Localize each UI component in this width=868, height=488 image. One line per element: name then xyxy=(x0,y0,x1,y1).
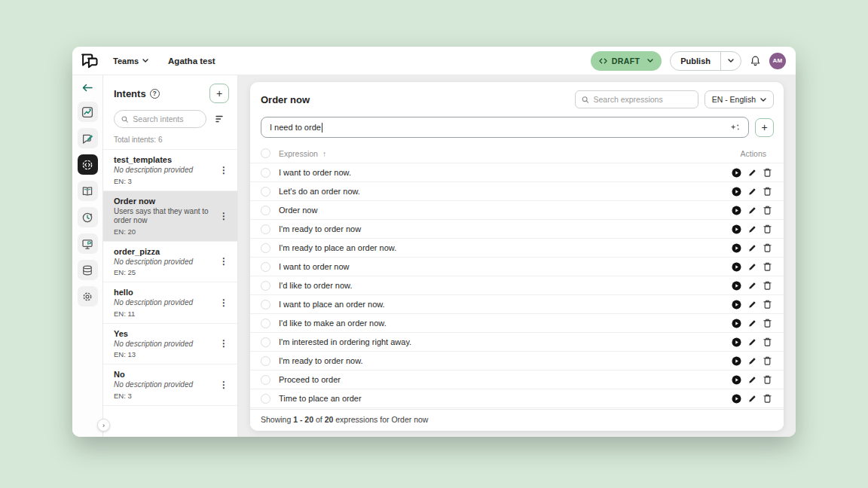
expression-column-header[interactable]: Expression ↑ xyxy=(279,149,326,158)
row-checkbox[interactable] xyxy=(261,300,270,310)
intent-kebab-menu-icon[interactable]: ⋮ xyxy=(216,165,231,175)
edit-pencil-icon[interactable] xyxy=(748,263,756,271)
intent-list-item[interactable]: test_templates No description provided E… xyxy=(103,150,237,191)
delete-trash-icon[interactable] xyxy=(763,224,772,233)
intent-list-item[interactable]: hello No description provided EN: 11 ⋮ xyxy=(103,282,237,324)
edit-pencil-icon[interactable] xyxy=(748,300,756,309)
intent-kebab-menu-icon[interactable]: ⋮ xyxy=(216,211,231,221)
publish-dropdown-caret[interactable] xyxy=(720,52,741,70)
app-body: Intents ? + Total intents: 6 test_templa… xyxy=(72,75,796,437)
annotate-play-icon[interactable] xyxy=(732,281,741,291)
delete-trash-icon[interactable] xyxy=(763,206,772,215)
row-checkbox[interactable] xyxy=(261,187,270,197)
intent-kebab-menu-icon[interactable]: ⋮ xyxy=(216,256,231,267)
delete-trash-icon[interactable] xyxy=(763,168,772,177)
add-expression-button[interactable]: + xyxy=(755,118,774,137)
intent-list-item[interactable]: No No description provided EN: 3 ⋮ xyxy=(103,364,237,406)
row-checkbox[interactable] xyxy=(261,281,270,291)
edit-pencil-icon[interactable] xyxy=(748,169,756,177)
edit-pencil-icon[interactable] xyxy=(748,206,756,215)
sort-intents-icon[interactable] xyxy=(211,110,229,128)
draft-status-dropdown[interactable]: DRAFT xyxy=(591,51,662,71)
delete-trash-icon[interactable] xyxy=(763,356,772,365)
delete-trash-icon[interactable] xyxy=(763,262,772,271)
delete-trash-icon[interactable] xyxy=(763,375,772,384)
row-actions xyxy=(732,356,773,366)
row-checkbox[interactable] xyxy=(261,337,270,347)
row-checkbox[interactable] xyxy=(261,262,270,272)
annotate-play-icon[interactable] xyxy=(732,300,741,310)
new-expression-row: I need to orde + xyxy=(250,115,784,144)
delete-trash-icon[interactable] xyxy=(763,187,772,196)
intent-list-item[interactable]: order_pizza No description provided EN: … xyxy=(103,242,237,283)
teams-menu[interactable]: Teams xyxy=(113,56,148,66)
row-checkbox[interactable] xyxy=(261,356,270,366)
annotate-play-icon[interactable] xyxy=(732,224,741,234)
edit-pencil-icon[interactable] xyxy=(748,376,756,384)
row-checkbox[interactable] xyxy=(261,206,270,215)
delete-trash-icon[interactable] xyxy=(763,337,772,346)
publish-button[interactable]: Publish xyxy=(671,52,720,70)
annotate-play-icon[interactable] xyxy=(732,394,741,404)
help-icon[interactable]: ? xyxy=(150,89,160,99)
sidebar-item-settings[interactable] xyxy=(78,286,98,307)
intent-list-item[interactable]: Order now Users says that they want to o… xyxy=(103,191,237,242)
row-checkbox[interactable] xyxy=(261,224,270,234)
edit-pencil-icon[interactable] xyxy=(748,282,756,290)
row-checkbox[interactable] xyxy=(261,168,270,178)
intent-language-count: EN: 11 xyxy=(114,310,216,318)
user-avatar[interactable]: AM xyxy=(769,53,786,69)
edit-pencil-icon[interactable] xyxy=(748,319,756,328)
edit-pencil-icon[interactable] xyxy=(748,395,756,403)
delete-trash-icon[interactable] xyxy=(763,394,772,403)
add-intent-button[interactable]: + xyxy=(209,84,229,103)
sidebar-item-channels[interactable] xyxy=(78,233,98,254)
delete-trash-icon[interactable] xyxy=(763,281,772,290)
annotate-play-icon[interactable] xyxy=(732,319,741,328)
intent-kebab-menu-icon[interactable]: ⋮ xyxy=(216,338,231,349)
delete-trash-icon[interactable] xyxy=(763,319,772,328)
row-checkbox[interactable] xyxy=(261,375,270,385)
annotate-play-icon[interactable] xyxy=(732,187,741,197)
annotate-play-icon[interactable] xyxy=(732,375,741,385)
expression-text: I'd like to make an order now. xyxy=(279,319,732,328)
topbar-actions: DRAFT Publish AM xyxy=(591,51,786,71)
sidebar-item-analytics[interactable] xyxy=(78,102,98,122)
select-all-checkbox[interactable] xyxy=(261,148,270,158)
annotate-play-icon[interactable] xyxy=(732,356,741,366)
edit-pencil-icon[interactable] xyxy=(748,338,756,346)
search-expressions-input[interactable] xyxy=(593,95,691,104)
sidebar-item-training[interactable] xyxy=(78,128,98,148)
annotate-play-icon[interactable] xyxy=(732,168,741,178)
collapse-back-arrow-icon[interactable] xyxy=(82,84,93,92)
edit-pencil-icon[interactable] xyxy=(748,244,756,252)
intent-info: Order now Users says that they want to o… xyxy=(114,197,216,236)
annotate-play-icon[interactable] xyxy=(732,206,741,215)
sidebar-item-intents[interactable] xyxy=(78,154,98,175)
ai-sparkle-icon[interactable] xyxy=(730,124,740,132)
new-expression-input[interactable]: I need to orde xyxy=(261,117,749,138)
language-selector[interactable]: EN - English xyxy=(704,90,774,108)
annotate-play-icon[interactable] xyxy=(732,243,741,253)
row-checkbox[interactable] xyxy=(261,319,270,328)
edit-pencil-icon[interactable] xyxy=(748,357,756,365)
row-checkbox[interactable] xyxy=(261,243,270,253)
sidebar-item-history[interactable] xyxy=(78,207,98,227)
intent-page-title: Order now xyxy=(261,94,310,105)
annotate-play-icon[interactable] xyxy=(732,337,741,347)
edit-pencil-icon[interactable] xyxy=(748,225,756,233)
search-intents-input[interactable] xyxy=(133,114,199,124)
edit-pencil-icon[interactable] xyxy=(748,188,756,196)
sidebar-item-data[interactable] xyxy=(78,260,98,280)
annotate-play-icon[interactable] xyxy=(732,262,741,272)
delete-trash-icon[interactable] xyxy=(763,243,772,252)
row-checkbox[interactable] xyxy=(261,394,270,404)
notifications-bell-icon[interactable] xyxy=(750,55,761,67)
intent-kebab-menu-icon[interactable]: ⋮ xyxy=(216,297,231,308)
intent-list-item[interactable]: Yes No description provided EN: 13 ⋮ xyxy=(103,324,237,365)
panel-expander-chevron[interactable]: › xyxy=(97,419,110,432)
intent-kebab-menu-icon[interactable]: ⋮ xyxy=(216,380,231,390)
sidebar-item-knowledge[interactable] xyxy=(78,181,98,201)
delete-trash-icon[interactable] xyxy=(763,300,772,309)
desktop-background: Teams Agatha test DRAFT Publish xyxy=(0,0,868,488)
